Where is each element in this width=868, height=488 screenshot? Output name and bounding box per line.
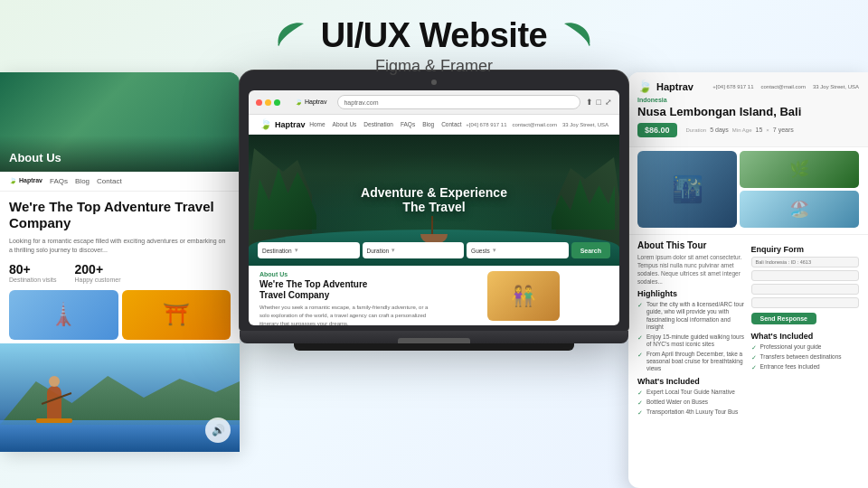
search-button[interactable]: Search [571, 242, 610, 258]
contact-location: 33 Joy Street, USA [813, 84, 859, 89]
stat-destinations-num: 80+ [9, 262, 57, 277]
city-images-stack: 🌿 🏖️ [740, 151, 859, 228]
dot-red[interactable] [256, 99, 262, 106]
nav-home[interactable]: Home [309, 121, 325, 127]
form-field-3[interactable] [751, 284, 860, 295]
brand-logo: Haptrav [656, 81, 693, 92]
whats-included-title: What's Included [637, 377, 746, 386]
main-title: UI/UX Website [321, 16, 547, 55]
subtitle: Figma & Framer [375, 57, 493, 76]
nav-about[interactable]: About Us [333, 121, 357, 127]
stat-customers-label: Happy customer [75, 277, 121, 283]
laptop-container: 🍃 Haptrav haptrav.com ⬆ □ ⤢ 🍃 Haptrav [240, 70, 628, 351]
hero-section: Adventure & ExperienceThe Travel Destina… [249, 135, 619, 266]
search-destination[interactable]: Destination ▾ [258, 242, 360, 258]
site-brand-leaf-icon: 🍃 [259, 118, 272, 130]
search-bar: Destination ▾ Duration ▾ Guests ▾ Search [258, 242, 610, 258]
site-brand: 🍃 Haptrav [259, 118, 306, 130]
stats-row: 80+ Destination visits 200+ Happy custom… [9, 262, 231, 283]
nav-destination[interactable]: Destination [363, 121, 393, 127]
brand-leaf-icon: 🍃 [637, 80, 652, 93]
form-field-4[interactable] [751, 297, 860, 308]
highlight-3: ✓ From April through December, take a se… [637, 351, 746, 373]
hero-text: Adventure & ExperienceThe Travel [361, 185, 507, 216]
highlight-1: ✓ Tour the city with a licensed/ARC tour… [637, 301, 746, 332]
laptop-screen: 🍃 Haptrav haptrav.com ⬆ □ ⤢ 🍃 Haptrav [249, 90, 619, 325]
min-age-value: 15 [756, 127, 763, 133]
check-icon-6: ✓ [637, 409, 643, 417]
city-image-2: 🌿 [740, 151, 859, 188]
check-icon-4: ✓ [637, 389, 643, 397]
send-response-button[interactable]: Send Response [751, 313, 817, 324]
bottom-left-panel: 🔊 [0, 343, 240, 488]
dot-yellow[interactable] [265, 99, 271, 106]
destination-images-section: 🌃 🌿 🏖️ [628, 147, 868, 234]
browser-tab-active[interactable]: 🍃 Haptrav [289, 97, 332, 108]
stat-destinations-label: Destination visits [9, 277, 57, 283]
highlight-text-3: From April through December, take a seas… [646, 351, 746, 373]
duration-label: Duration [686, 127, 707, 133]
boat-mast [431, 216, 433, 234]
stat-customers-num: 200+ [75, 262, 121, 277]
check-icon-9: ✓ [751, 364, 757, 371]
site-contact: +[04] 678 917 11 contact@mail.com 33 Joy… [466, 122, 609, 127]
header: UI/UX Website Figma & Framer [0, 16, 868, 76]
site-phone: +[04] 678 917 11 [466, 122, 506, 127]
destination-images-top: 🌃 🌿 🏖️ [637, 151, 859, 228]
right-panel: 🍃 Haptrav +[04] 678 917 11 contact@mail.… [628, 72, 868, 488]
about-tour-title: About This Tour [637, 240, 746, 250]
laptop-notch [398, 338, 470, 343]
right-panel-header: 🍃 Haptrav +[04] 678 917 11 contact@mail.… [628, 72, 868, 147]
hero-label: About Us [9, 151, 61, 164]
contact-phone: +[04] 678 917 11 [712, 84, 753, 89]
best-location-section: 👫 Best Location Choice [438, 271, 609, 325]
laptop-stand [294, 343, 574, 351]
search-guests[interactable]: Guests ▾ [467, 242, 569, 258]
duration-value: 5 days [710, 127, 729, 133]
highlight-2: ✓ Enjoy 15-minute guided walking tours o… [637, 333, 746, 349]
search-duration[interactable]: Duration ▾ [363, 242, 465, 258]
enquiry-form-fields[interactable]: Bali Indonesia : ID : 4613 [751, 257, 860, 308]
check-icon-1: ✓ [637, 302, 643, 309]
nav-faqs[interactable]: FAQs [401, 121, 415, 127]
site-email: contact@mail.com [513, 122, 557, 127]
share-icon[interactable]: ⬆ [586, 98, 593, 107]
left-panel-hero-image: About Us [0, 72, 240, 172]
form-field-1[interactable]: Bali Indonesia : ID : 4613 [751, 257, 860, 267]
address-bar[interactable]: haptrav.com [337, 95, 580, 109]
form-field-2[interactable] [751, 270, 860, 281]
nav-blog[interactable]: Blog [422, 121, 434, 127]
browser-actions: ⬆ □ ⤢ [586, 98, 612, 107]
about-us-text: Whether you seek a romantic escape, a fa… [259, 304, 430, 325]
city-image-3: 🏖️ [740, 191, 859, 228]
speaker-icon[interactable]: 🔊 [205, 418, 231, 443]
travel-image-1: 🗼 [9, 290, 118, 340]
browser-chrome: 🍃 Haptrav haptrav.com ⬆ □ ⤢ [249, 90, 619, 115]
left-panel-nav: 🍃 Haptrav FAQs Blog Contact [0, 172, 240, 192]
hero-title: Adventure & ExperienceThe Travel [361, 185, 507, 216]
about-us-label: About Us [259, 271, 430, 277]
site-brand-name: Haptrav [275, 120, 306, 129]
expand-icon[interactable]: ⤢ [605, 98, 612, 107]
city-image-main: 🌃 [637, 151, 737, 228]
leaf-right-icon [558, 17, 596, 55]
brand-row: 🍃 Haptrav +[04] 678 917 11 contact@mail.… [637, 80, 859, 93]
below-hero-section: About Us We're The Top AdventureTravel C… [249, 266, 619, 325]
check-icon-7: ✓ [751, 344, 757, 352]
stat-destinations: 80+ Destination visits [9, 262, 57, 283]
whats-included-right-title: What's Included [751, 332, 860, 341]
bottom-left-image: 🔊 [0, 343, 240, 452]
bookmark-icon[interactable]: □ [597, 98, 601, 107]
about-tour-text: Lorem ipsum dolor sit amet consectetur. … [637, 253, 746, 286]
highlight-text-2: Enjoy 15-minute guided walking tours of … [646, 333, 746, 349]
site-header: 🍃 Haptrav Home About Us Destination FAQs… [249, 115, 619, 135]
site-nav: Home About Us Destination FAQs Blog Cont… [309, 121, 461, 127]
laptop-camera [431, 80, 437, 85]
duration-info: Duration 5 days Min Age 15 × 7 years [686, 123, 794, 137]
dot-green[interactable] [274, 99, 280, 106]
nav-contact[interactable]: Contact [441, 121, 461, 127]
about-us-heading: We're The Top AdventureTravel Company [259, 279, 430, 301]
contact-row: +[04] 678 917 11 contact@mail.com 33 Joy… [712, 84, 859, 89]
address-text: haptrav.com [344, 99, 378, 106]
price-duration-row: $86.00 Duration 5 days Min Age 15 × 7 ye… [637, 123, 859, 137]
